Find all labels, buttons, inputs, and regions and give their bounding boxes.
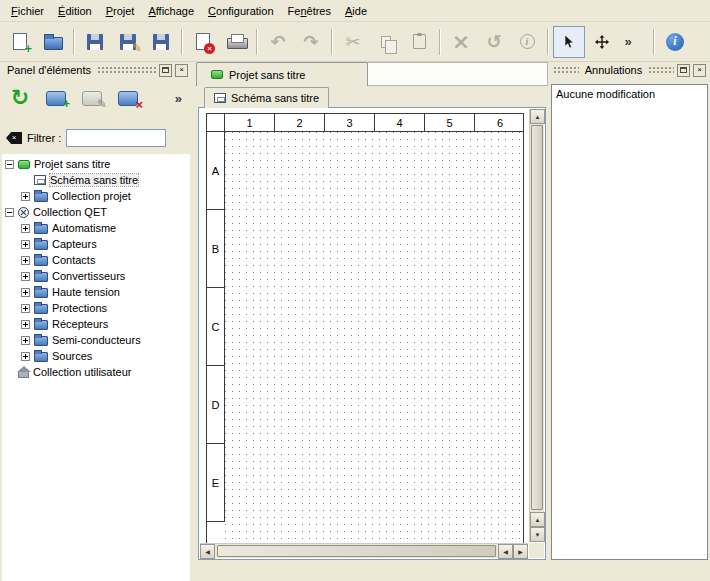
element-info-button[interactable]: i (511, 26, 543, 58)
tab-projet-sans-titre[interactable]: Projet sans titre (196, 62, 368, 86)
elements-panel-titlebar[interactable]: Panel d'éléments × (2, 62, 190, 78)
paste-button[interactable] (403, 26, 435, 58)
expander-collapsed-icon[interactable] (21, 304, 30, 313)
new-element-button[interactable]: + (40, 82, 72, 114)
tree-item-haute-tension[interactable]: Haute tension (2, 284, 190, 300)
close-file-button[interactable]: × (187, 26, 219, 58)
tab-schema-sans-titre[interactable]: Schéma sans titre (204, 87, 329, 108)
select-tool-button[interactable] (553, 26, 585, 58)
tree-item-protections[interactable]: Protections (2, 300, 190, 316)
copy-button[interactable] (370, 26, 402, 58)
filter-row: × Filtrer : (2, 126, 190, 150)
dock-grip[interactable] (97, 66, 156, 74)
menu-aide[interactable]: Aide (338, 2, 374, 20)
expander-collapsed-icon[interactable] (21, 336, 30, 345)
tree-item-sources[interactable]: Sources (2, 348, 190, 364)
save-all-button[interactable] (145, 26, 177, 58)
save-button[interactable] (79, 26, 111, 58)
toolbar-overflow-button[interactable]: » (619, 26, 637, 58)
edit-element-button[interactable]: ✎ (76, 82, 108, 114)
menu-fichier[interactable]: Fichier (4, 2, 51, 20)
expander-collapsed-icon[interactable] (21, 320, 30, 329)
scroll-left-button-2[interactable]: ◀ (498, 544, 513, 559)
print-button[interactable] (220, 26, 252, 58)
tree-item-collection-qet[interactable]: Collection QET (2, 204, 190, 220)
expander-collapsed-icon[interactable] (21, 272, 30, 281)
dock-close-button[interactable]: × (175, 64, 188, 77)
move-tool-button[interactable] (586, 26, 618, 58)
undo-history-list[interactable]: Aucune modification (551, 84, 708, 560)
cut-button[interactable]: ✂ (337, 26, 369, 58)
new-file-button[interactable]: + (4, 26, 36, 58)
scroll-up-button[interactable]: ▲ (530, 109, 545, 124)
horizontal-scrollbar[interactable]: ◀ ◀ ▶ (200, 543, 528, 558)
project-tab-label: Projet sans titre (229, 69, 305, 81)
elements-panel-title: Panel d'éléments (4, 64, 94, 76)
toolbar-separator (547, 29, 549, 55)
scroll-down-button[interactable]: ▼ (530, 527, 545, 542)
panel-overflow-chevron[interactable]: » (175, 91, 188, 106)
open-file-button[interactable] (37, 26, 69, 58)
schema-icon (214, 93, 226, 103)
tree-item-collection-projet[interactable]: Collection projet (2, 188, 190, 204)
elements-panel-dock: Panel d'éléments × ↻ + ✎ × » × Filtrer :… (2, 62, 190, 581)
tree-item-contacts[interactable]: Contacts (2, 252, 190, 268)
expander-collapsed-icon[interactable] (21, 224, 30, 233)
redo-button[interactable]: ↷ (295, 26, 327, 58)
reload-collections-button[interactable]: ↻ (4, 82, 36, 114)
vertical-scroll-thumb[interactable] (531, 125, 543, 510)
tree-item-convertisseurs[interactable]: Convertisseurs (2, 268, 190, 284)
filter-input[interactable] (66, 129, 166, 147)
expander-collapsed-icon[interactable] (21, 192, 30, 201)
expander-collapsed-icon[interactable] (21, 240, 30, 249)
toolbar-separator (181, 29, 183, 55)
save-icon (87, 34, 103, 50)
horizontal-scroll-track[interactable] (215, 544, 498, 558)
tree-item-collection-utilisateur[interactable]: Collection utilisateur (2, 364, 190, 380)
select-arrow-icon (561, 34, 577, 50)
vertical-scroll-track[interactable] (530, 124, 544, 512)
diagram-scene: 1 2 3 4 5 6 A B C D E (206, 113, 524, 544)
menu-affichage[interactable]: Affichage (141, 2, 201, 20)
tree-item-semi-conducteurs[interactable]: Semi-conducteurs (2, 332, 190, 348)
vertical-scrollbar[interactable]: ▲ ▲ ▼ (529, 109, 544, 542)
delete-button[interactable]: × (445, 26, 477, 58)
tree-item-projet-sans-titre[interactable]: Projet sans titre (2, 156, 190, 172)
tree-item-automatisme[interactable]: Automatisme (2, 220, 190, 236)
diagram-canvas[interactable] (225, 132, 523, 544)
expander-collapsed-icon[interactable] (21, 352, 30, 361)
ruler-column-2: 2 (275, 114, 325, 132)
dock-close-button[interactable]: × (693, 64, 706, 77)
scroll-up-button-2[interactable]: ▲ (530, 512, 545, 527)
tree-item-capteurs[interactable]: Capteurs (2, 236, 190, 252)
tree-item-schema-sans-titre[interactable]: Schéma sans titre (2, 172, 190, 188)
scroll-left-button[interactable]: ◀ (200, 544, 215, 559)
menu-configuration[interactable]: Configuration (201, 2, 280, 20)
expander-collapsed-icon[interactable] (21, 256, 30, 265)
elements-tree: Projet sans titre Schéma sans titre Coll… (2, 154, 190, 581)
new-element-icon: + (46, 91, 66, 106)
expander-expanded-icon[interactable] (5, 160, 14, 169)
menu-edition[interactable]: Édition (51, 2, 99, 20)
rotate-button[interactable]: ↺ (478, 26, 510, 58)
dock-float-button[interactable] (159, 64, 172, 77)
expander-collapsed-icon[interactable] (21, 288, 30, 297)
undo-button[interactable]: ↶ (262, 26, 294, 58)
clear-filter-icon[interactable]: × (6, 132, 22, 144)
menu-fenetres[interactable]: Fenêtres (281, 2, 338, 20)
annulations-titlebar[interactable]: Annulations × (551, 62, 708, 78)
delete-icon: × (452, 29, 470, 54)
elements-panel-toolbar: ↻ + ✎ × » (2, 78, 190, 118)
about-info-button[interactable]: i (659, 26, 691, 58)
dock-grip[interactable] (553, 66, 579, 74)
horizontal-scroll-thumb[interactable] (217, 545, 496, 557)
dock-grip[interactable] (648, 66, 674, 74)
expander-expanded-icon[interactable] (5, 208, 14, 217)
tree-item-recepteurs[interactable]: Récepteurs (2, 316, 190, 332)
save-as-button[interactable]: ✎ (112, 26, 144, 58)
menu-projet[interactable]: Projet (99, 2, 142, 20)
dock-float-button[interactable] (677, 64, 690, 77)
delete-element-button[interactable]: × (112, 82, 144, 114)
folder-icon (34, 240, 48, 250)
scroll-right-button[interactable]: ▶ (513, 544, 528, 559)
